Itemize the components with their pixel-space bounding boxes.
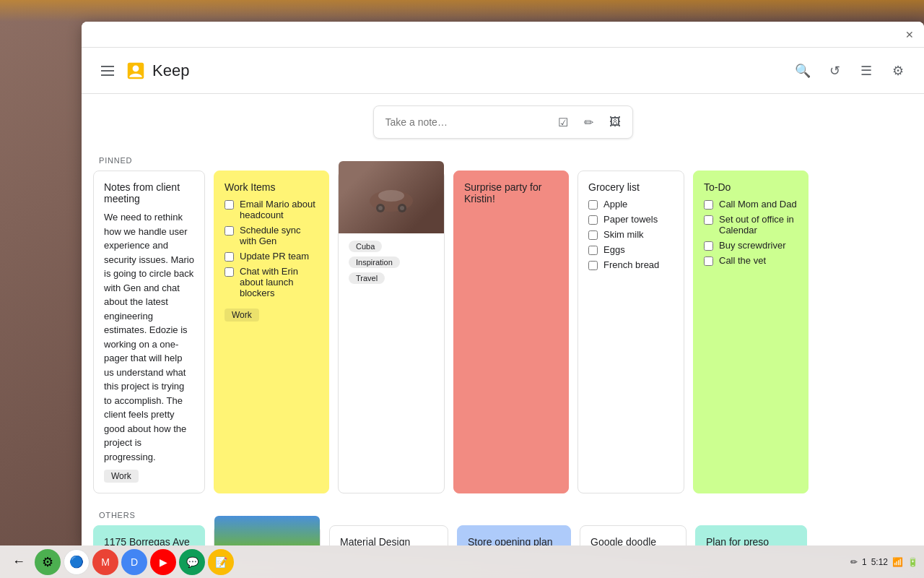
list-item: Paper towels — [588, 214, 674, 225]
taskbar-app-circle[interactable]: ⚙ — [35, 549, 61, 575]
back-button[interactable]: ← — [6, 549, 32, 575]
tag-inspiration: Inspiration — [349, 256, 400, 268]
list-item: Skim milk — [588, 229, 674, 240]
note-title: Work Items — [225, 181, 318, 193]
new-drawing-button[interactable]: ✏ — [578, 111, 601, 134]
checkbox[interactable] — [225, 200, 234, 210]
checkbox[interactable] — [588, 230, 598, 240]
svg-point-7 — [378, 206, 383, 210]
list-view-button[interactable]: ☰ — [852, 56, 881, 85]
taskbar-app-keep[interactable]: 📝 — [208, 549, 234, 575]
checkbox[interactable] — [704, 241, 713, 251]
note-title: Plan for preso — [706, 536, 796, 545]
title-bar: ✕ — [82, 22, 924, 48]
checkbox[interactable] — [704, 256, 713, 266]
search-button[interactable]: 🔍 — [788, 56, 817, 85]
checkbox[interactable] — [588, 246, 598, 255]
close-button[interactable]: ✕ — [904, 29, 915, 40]
svg-rect-0 — [101, 66, 114, 67]
refresh-button[interactable]: ↺ — [820, 56, 849, 85]
list-item: Eggs — [588, 244, 674, 255]
new-image-button[interactable]: 🖼 — [603, 111, 627, 134]
note-title: 1175 Borregas Ave Sunnyvale, CA 94089 — [104, 536, 194, 545]
note-car-photo[interactable]: Cuba Inspiration Travel — [338, 171, 445, 493]
list-item: French bread — [588, 259, 674, 270]
list-item: Call the vet — [704, 255, 798, 266]
checkbox[interactable] — [588, 215, 598, 225]
tag-cuba: Cuba — [349, 241, 382, 252]
svg-point-8 — [400, 206, 404, 210]
taskbar: ← ⚙ 🔵 M D ▶ 💬 📝 ✏ 1 5:12 📶 🔋 — [0, 545, 924, 578]
tag-work: Work — [225, 309, 259, 322]
list-item: Apple — [588, 199, 674, 210]
svg-rect-2 — [101, 74, 114, 76]
checkbox[interactable] — [225, 226, 234, 236]
list-item: Set out of office in Calendar — [704, 214, 798, 236]
search-bar-container: ☑ ✏ 🖼 — [82, 94, 924, 144]
note-plan-preso[interactable]: Plan for preso First, we should talk abo… — [695, 525, 807, 545]
note-borregas[interactable]: 1175 Borregas Ave Sunnyvale, CA 94089 Wo… — [93, 525, 205, 545]
svg-rect-1 — [101, 70, 114, 72]
search-input[interactable] — [374, 116, 552, 128]
note-surprise-party[interactable]: Surprise party for Kristin! — [453, 171, 569, 493]
taskbar-app-hangouts[interactable]: 💬 — [179, 549, 205, 575]
checkbox[interactable] — [225, 252, 234, 262]
app-window: ✕ Keep 🔍 ↺ ☰ ⚙ ☑ ✏ 🖼 — [82, 22, 924, 545]
checkbox[interactable] — [588, 200, 598, 210]
taskbar-app-youtube[interactable]: ▶ — [150, 549, 176, 575]
checkbox[interactable] — [588, 261, 598, 270]
tag-travel: Travel — [349, 272, 385, 284]
settings-button[interactable]: ⚙ — [884, 56, 912, 85]
checkbox[interactable] — [704, 200, 713, 210]
taskbar-right: ✏ 1 5:12 📶 🔋 — [850, 557, 918, 567]
note-grocery-list[interactable]: Grocery list Apple Paper towels Skim mil… — [578, 171, 684, 493]
tag-work: Work — [104, 470, 139, 483]
tags-row: Cuba Inspiration Travel — [349, 241, 434, 284]
new-list-button[interactable]: ☑ — [552, 111, 575, 134]
note-hawaii[interactable]: Trip to Hawaii Hapuna White Sand Beach -… — [214, 525, 321, 545]
list-item: Buy screwdriver — [704, 240, 798, 251]
pinned-notes-grid: Notes from client meeting We need to ret… — [93, 171, 912, 499]
taskbar-pencil-icon: ✏ — [850, 557, 858, 567]
note-body: We need to rethink how we handle user ex… — [104, 210, 194, 464]
search-actions: ☑ ✏ 🖼 — [552, 111, 632, 134]
checkbox[interactable] — [704, 215, 713, 225]
search-bar: ☑ ✏ 🖼 — [373, 105, 633, 139]
checkbox[interactable] — [225, 267, 234, 277]
list-item: Schedule sync with Gen — [225, 225, 318, 246]
note-title: Material Design — [340, 536, 437, 545]
logo-area: Keep — [125, 60, 189, 82]
wifi-icon: 📶 — [892, 557, 903, 567]
note-title: Grocery list — [588, 181, 674, 193]
taskbar-app-chrome[interactable]: 🔵 — [64, 549, 90, 575]
list-item: Update PR team — [225, 251, 318, 262]
battery-icon: 🔋 — [907, 557, 918, 567]
taskbar-app-docs[interactable]: D — [121, 549, 147, 575]
app-title: Keep — [152, 61, 189, 80]
note-store-opening[interactable]: Store opening plan Get budget approval R… — [457, 525, 571, 545]
others-notes-grid: 1175 Borregas Ave Sunnyvale, CA 94089 Wo… — [93, 525, 912, 545]
svg-point-4 — [378, 190, 404, 202]
note-google-doodle[interactable]: Google doodle A Google Doodle is a speci… — [580, 525, 687, 545]
note-todo[interactable]: To-Do Call Mom and Dad Set out of office… — [693, 171, 808, 493]
note-title: Surprise party for Kristin! — [464, 181, 558, 204]
header-icons: 🔍 ↺ ☰ ⚙ — [788, 56, 912, 85]
note-title: Google doodle — [590, 536, 676, 545]
note-work-items[interactable]: Work Items Email Mario about headcount S… — [214, 171, 329, 493]
header: Keep 🔍 ↺ ☰ ⚙ — [82, 48, 924, 94]
taskbar-app-gmail[interactable]: M — [92, 549, 118, 575]
note-title: Store opening plan — [468, 536, 560, 545]
list-item: Email Mario about headcount — [225, 199, 318, 220]
pinned-label: PINNED — [93, 144, 912, 171]
taskbar-badge: 1 — [862, 557, 867, 567]
menu-icon[interactable] — [93, 56, 122, 85]
list-item: Call Mom and Dad — [704, 199, 798, 210]
note-title: Notes from client meeting — [104, 181, 194, 204]
list-item: Chat with Erin about launch blockers — [225, 266, 318, 298]
hawaii-photo-image — [214, 516, 320, 545]
note-material-design[interactable]: Material Design Material design is a fou… — [329, 525, 448, 545]
note-title: To-Do — [704, 181, 798, 193]
car-photo-image — [339, 161, 444, 233]
note-client-meeting[interactable]: Notes from client meeting We need to ret… — [93, 171, 205, 493]
main-content: PINNED Notes from client meeting We need… — [82, 144, 924, 545]
